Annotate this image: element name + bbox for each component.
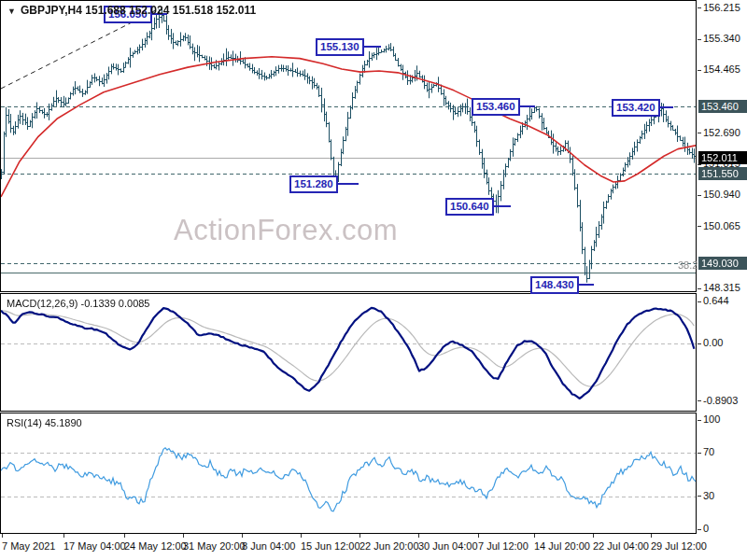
- time-axis-label: 14 Jul 20:00: [534, 540, 590, 552]
- time-axis-label: 30 Jun 04:00: [418, 540, 478, 552]
- watermark-text: ActionForex.com: [174, 214, 398, 247]
- price-axis-tick-mark: [698, 164, 701, 165]
- time-axis-tick-mark: [124, 534, 125, 538]
- price-label-connector: [364, 46, 381, 48]
- level-axis-badge: 149.030: [698, 257, 747, 270]
- price-axis-tick-mark: [698, 226, 701, 227]
- price-level-label: 148.430: [530, 276, 579, 294]
- rsi-axis-tick-label: 70: [703, 446, 714, 457]
- macd-axis-tick-mark: [698, 301, 701, 302]
- rsi-axis-tick-mark: [698, 453, 701, 454]
- macd-axis-tick-mark: [698, 343, 701, 344]
- price-label-connector: [660, 106, 673, 108]
- time-axis-label: 7 May 2021: [2, 540, 55, 552]
- time-axis-label: 7 Jul 12:00: [478, 540, 529, 552]
- rsi-axis-tick-label: 0: [703, 523, 709, 534]
- price-axis-tick-label: 150.065: [703, 220, 740, 231]
- time-axis-label: 24 May 12:00: [124, 540, 187, 552]
- current-price-axis-badge: 152.011: [698, 151, 747, 164]
- time-axis-tick-mark: [534, 534, 535, 538]
- time-axis-tick-mark: [242, 534, 243, 538]
- macd-axis-tick-label: 0.644: [703, 295, 729, 306]
- price-axis-tick-label: 154.465: [703, 63, 740, 75]
- price-label-connector: [338, 183, 359, 185]
- rsi-axis-tick-label: 100: [703, 413, 720, 425]
- time-axis-tick-mark: [593, 534, 594, 538]
- fib-382-label: 38.2: [678, 259, 698, 271]
- time-axis-tick-mark: [651, 534, 652, 538]
- rsi-axis-tick-mark: [698, 529, 701, 530]
- macd-panel: [0, 293, 697, 412]
- rsi-axis-tick-mark: [698, 420, 701, 421]
- price-axis-tick-label: 156.215: [703, 2, 740, 13]
- price-level-label: 153.460: [472, 98, 520, 116]
- rsi-axis-tick-label: 30: [703, 490, 714, 501]
- macd-axis-tick-label: -0.8903: [703, 395, 738, 406]
- time-axis-tick-mark: [2, 534, 3, 538]
- macd-chart-canvas[interactable]: [1, 294, 696, 411]
- price-axis-tick-mark: [698, 39, 701, 40]
- rsi-indicator-label: RSI(14) 45.1890: [7, 417, 82, 428]
- level-axis-badge: 153.460: [698, 100, 747, 113]
- price-axis-tick-mark: [698, 288, 701, 289]
- price-axis-tick-label: 148.315: [703, 282, 740, 293]
- rsi-axis-tick-mark: [698, 496, 701, 497]
- chart-window: ▼GBPJPY,H4 151.688 152.024 151.518 152.0…: [0, 0, 747, 560]
- price-level-label: 155.130: [316, 38, 364, 56]
- price-label-connector: [579, 284, 594, 286]
- price-axis-tick-mark: [698, 133, 701, 133]
- time-axis-tick-mark: [359, 534, 360, 538]
- symbol-ohlc-title: GBPJPY,H4 151.688 152.024 151.518 152.01…: [21, 4, 256, 17]
- time-axis-label: 17 May 04:00: [63, 540, 126, 552]
- time-axis-label: 22 Jun 20:00: [359, 540, 419, 552]
- macd-axis-tick-mark: [698, 400, 701, 401]
- symbol-dropdown-icon[interactable]: ▼: [7, 7, 16, 16]
- macd-axis-tick-label: 0.00: [703, 337, 723, 348]
- price-level-label: 151.280: [289, 175, 338, 193]
- price-axis-tick-label: 155.340: [703, 33, 740, 44]
- price-axis-tick-mark: [698, 195, 701, 196]
- price-axis-tick-mark: [698, 70, 701, 71]
- rsi-panel: [0, 413, 697, 534]
- time-axis-tick-mark: [418, 534, 419, 538]
- price-level-label: 153.420: [612, 99, 660, 117]
- level-axis-badge: 151.550: [698, 167, 747, 180]
- time-axis-tick-mark: [63, 534, 64, 538]
- price-label-connector: [494, 205, 511, 207]
- chart-title-row: ▼GBPJPY,H4 151.688 152.024 151.518 152.0…: [7, 4, 256, 17]
- time-axis-label: 22 Jul 04:00: [593, 540, 649, 552]
- rsi-chart-canvas[interactable]: [1, 413, 696, 533]
- price-axis-tick-label: 150.940: [703, 189, 740, 200]
- price-axis-tick-label: 152.690: [703, 127, 740, 138]
- price-label-connector: [520, 105, 535, 107]
- time-axis-tick-mark: [478, 534, 479, 538]
- price-level-label: 150.640: [445, 198, 494, 216]
- time-axis-label: 31 May 20:00: [183, 540, 246, 552]
- time-axis-tick-mark: [301, 534, 302, 538]
- time-axis-label: 29 Jul 12:00: [651, 540, 707, 552]
- time-axis-label: 15 Jun 12:00: [301, 540, 360, 552]
- price-axis-tick-mark: [698, 7, 701, 8]
- time-axis-label: 8 Jun 04:00: [242, 540, 296, 552]
- time-axis-tick-mark: [183, 534, 184, 538]
- macd-indicator-label: MACD(12,26,9) -0.1339 0.0085: [7, 298, 149, 309]
